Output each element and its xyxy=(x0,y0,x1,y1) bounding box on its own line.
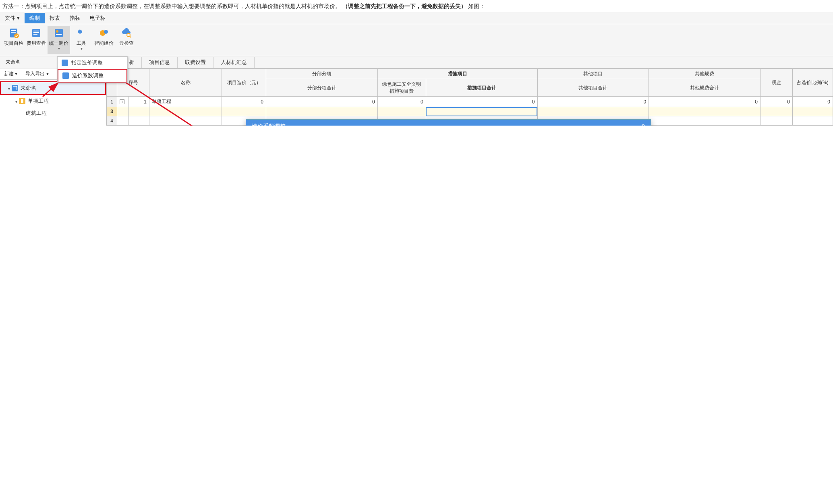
col-subitem: 分部分项 xyxy=(266,69,378,79)
menu-edit[interactable]: 编制 xyxy=(25,13,45,23)
expand-icon[interactable]: + xyxy=(120,99,124,104)
ribbon-label: 工具 xyxy=(77,40,86,46)
svg-point-12 xyxy=(104,30,108,34)
dialog-help-button[interactable]: ? xyxy=(641,123,645,126)
single-project-icon xyxy=(19,98,25,104)
svg-rect-6 xyxy=(33,32,39,33)
doc-icon xyxy=(62,60,68,66)
menubar: 文件 ▾ 编制 报表 指标 电子标 xyxy=(0,12,833,24)
col-other-sum: 其他项目合计 xyxy=(537,79,649,97)
instruction-text: 方法一：点到项目上，点击统一调价下的造价系数调整，在调整系数中输入想要调整的系数… xyxy=(0,0,833,12)
table-row[interactable]: 1 + 1 单项工程 0 0 0 0 0 0 0 0 xyxy=(107,97,833,107)
tree-label: 单项工程 xyxy=(28,97,49,105)
cell[interactable]: 0 xyxy=(222,97,266,107)
col-ratio: 占造价比例(%) xyxy=(793,69,833,97)
list-money-icon xyxy=(31,27,42,39)
svg-rect-8 xyxy=(55,29,63,37)
doc-icon xyxy=(62,72,69,79)
expand-toggle-icon[interactable] xyxy=(15,98,19,104)
body-area: 未命名 新建 ▾ 导入导出 ▾ 未命名 单项工程 建筑工程 xyxy=(0,56,833,126)
clipboard-check-icon xyxy=(8,27,19,39)
right-content: 析 项目信息 取费设置 人材机汇总 序号 名称 项目造价（元） 分部分项 措施项… xyxy=(106,56,833,126)
instruction-suffix: 如图： xyxy=(468,3,485,9)
instruction-bold: （调整之前先把工程备份一下，避免数据的丢失） xyxy=(342,3,466,9)
cloud-search-icon xyxy=(121,27,132,39)
col-subitem-sum: 分部分项合计 xyxy=(266,79,378,97)
expand-toggle-icon[interactable] xyxy=(8,85,12,91)
ribbon-tools[interactable]: 工具 ▾ xyxy=(70,26,93,54)
col-otherfee: 其他规费 xyxy=(649,69,760,79)
left-tab-project[interactable]: 未命名 xyxy=(0,57,26,67)
svg-point-9 xyxy=(56,30,58,33)
menu-file[interactable]: 文件 ▾ xyxy=(0,13,25,23)
tab-project-info[interactable]: 项目信息 xyxy=(142,57,178,68)
tab-fee-settings[interactable]: 取费设置 xyxy=(178,57,213,68)
cell[interactable]: 0 xyxy=(760,97,793,107)
tree-label: 未命名 xyxy=(21,85,36,92)
cell[interactable]: 0 xyxy=(266,97,378,107)
menu-report[interactable]: 报表 xyxy=(45,13,65,23)
dropdown-label: 造价系数调整 xyxy=(72,72,104,79)
ribbon-label: 项目自检 xyxy=(4,40,23,46)
menu-ebid[interactable]: 电子标 xyxy=(85,13,110,23)
tree-unit-project[interactable]: 建筑工程 xyxy=(0,107,106,119)
row-header: 1 xyxy=(107,97,117,107)
ribbon-project-selfcheck[interactable]: 项目自检 xyxy=(2,26,25,54)
instruction-prefix: 方法一：点到项目上，点击统一调价下的造价系数调整，在调整系数中输入想要调整的系数… xyxy=(2,3,341,9)
row-header: 4 xyxy=(107,116,117,126)
left-import-export-button[interactable]: 导入导出 ▾ xyxy=(21,69,52,79)
ribbon-smart-price[interactable]: 智能组价 xyxy=(93,26,115,54)
ribbon-unified-price[interactable]: 统一调价 ▾ xyxy=(48,26,70,54)
col-measure-sum: 措施项目合计 xyxy=(426,79,537,97)
right-tabs: 析 项目信息 取费设置 人材机汇总 xyxy=(106,56,833,68)
cell[interactable]: 0 xyxy=(537,97,649,107)
dialog-titlebar[interactable]: 造价系数调整 ? xyxy=(246,120,651,126)
ribbon-toolbar: 项目自检 费用查看 统一调价 ▾ 工具 ▾ 智能组价 云检查 xyxy=(0,24,833,56)
table-row[interactable]: 3 xyxy=(107,107,833,116)
main-grid[interactable]: 序号 名称 项目造价（元） 分部分项 措施项目 其他项目 其他规费 税金 占造价… xyxy=(106,68,833,126)
menu-index[interactable]: 指标 xyxy=(65,13,85,23)
col-measure: 措施项目 xyxy=(377,69,537,79)
row-header: 3 xyxy=(107,107,117,116)
ribbon-label: 云检查 xyxy=(119,40,134,46)
col-cost: 项目造价（元） xyxy=(222,69,266,97)
col-otherfee-sum: 其他规费合计 xyxy=(649,79,760,97)
tree-single-project[interactable]: 单项工程 xyxy=(0,95,106,107)
slider-icon xyxy=(53,27,64,39)
svg-rect-2 xyxy=(11,32,16,33)
ribbon-label: 费用查看 xyxy=(27,40,46,46)
dialog-title: 造价系数调整 xyxy=(252,123,286,126)
svg-rect-7 xyxy=(33,34,37,35)
wrench-icon xyxy=(76,27,87,39)
tree-root-project[interactable]: 未命名 xyxy=(0,81,106,95)
left-new-button[interactable]: 新建 ▾ xyxy=(0,69,21,79)
svg-rect-10 xyxy=(56,34,62,35)
col-other: 其他项目 xyxy=(537,69,649,79)
focused-cell[interactable] xyxy=(426,107,537,116)
tab-resource-summary[interactable]: 人材机汇总 xyxy=(213,57,255,68)
cell-seq[interactable]: 1 xyxy=(129,97,149,107)
dropdown-label: 指定造价调整 xyxy=(71,59,103,66)
cell[interactable]: 0 xyxy=(426,97,537,107)
tree-label: 建筑工程 xyxy=(26,109,47,117)
dropdown-specify-adjust[interactable]: 指定造价调整 xyxy=(58,57,127,69)
cell[interactable]: 0 xyxy=(793,97,833,107)
unified-price-dropdown: 指定造价调整 造价系数调整 xyxy=(57,56,128,83)
ribbon-label: 智能组价 xyxy=(94,40,114,46)
svg-rect-5 xyxy=(33,31,39,31)
cell[interactable]: 0 xyxy=(649,97,760,107)
ribbon-cloud-check[interactable]: 云检查 xyxy=(115,26,138,54)
svg-rect-1 xyxy=(11,30,16,31)
project-tree: 未命名 单项工程 建筑工程 xyxy=(0,80,106,121)
brain-icon xyxy=(98,27,110,39)
cell[interactable]: 0 xyxy=(377,97,426,107)
left-panel: 未命名 新建 ▾ 导入导出 ▾ 未命名 单项工程 建筑工程 xyxy=(0,56,106,126)
cell-name[interactable]: 单项工程 xyxy=(149,97,222,107)
chevron-down-icon: ▾ xyxy=(81,46,83,51)
ribbon-fee-view[interactable]: 费用查看 xyxy=(25,26,48,54)
svg-line-14 xyxy=(130,36,131,37)
ribbon-label: 统一调价 xyxy=(49,40,68,46)
col-name: 名称 xyxy=(149,69,222,97)
coefficient-adjust-dialog: 造价系数调整 ? 说明信息： 选择标段调整，则下面的每个单位工程都参与调整； 选… xyxy=(246,119,651,126)
dropdown-coefficient-adjust[interactable]: 造价系数调整 xyxy=(58,69,127,83)
